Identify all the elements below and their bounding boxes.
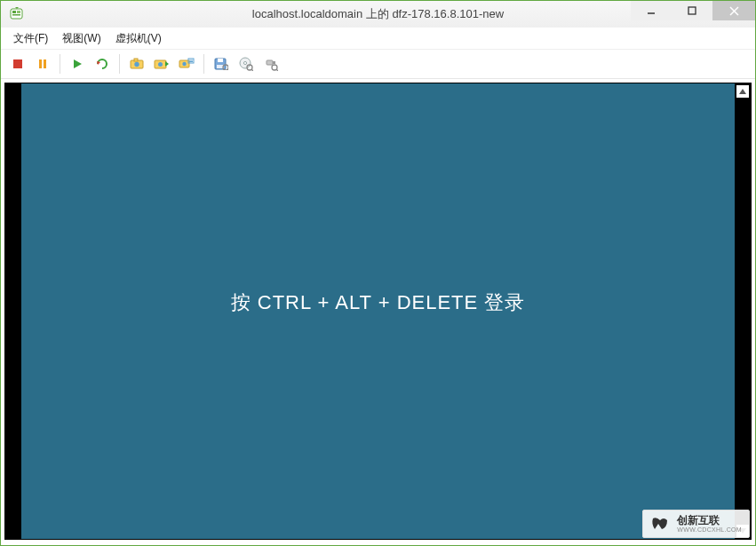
menubar: 文件(F) 视图(W) 虚拟机(V) [1, 28, 755, 49]
svg-rect-25 [218, 59, 223, 62]
snapshot-revert-button[interactable] [150, 52, 173, 75]
vsphere-icon [6, 4, 28, 25]
menu-vm[interactable]: 虚拟机(V) [110, 29, 167, 48]
snapshot-take-button[interactable] [125, 52, 148, 75]
cd-connect-button[interactable] [235, 52, 258, 75]
watermark-icon [649, 514, 672, 534]
usb-connect-button[interactable] [259, 52, 283, 75]
svg-marker-18 [165, 61, 169, 67]
scroll-up-button[interactable] [736, 85, 749, 98]
floppy-connect-button[interactable] [210, 52, 233, 75]
reset-button[interactable] [91, 52, 114, 75]
svg-point-20 [182, 62, 186, 66]
svg-line-36 [276, 69, 278, 71]
svg-marker-12 [97, 61, 100, 65]
svg-rect-10 [44, 59, 46, 68]
svg-rect-33 [267, 60, 273, 65]
titlebar: localhost.localdomain 上的 dfz-178.16.8.10… [1, 1, 755, 28]
svg-marker-37 [739, 89, 746, 94]
power-off-button[interactable] [6, 52, 29, 75]
svg-rect-8 [13, 59, 22, 68]
content-area: 按 CTRL + ALT + DELETE 登录 创新互联 WWW.CDCXHL… [1, 79, 755, 545]
menu-view[interactable]: 视图(W) [57, 29, 106, 48]
toolbar [1, 49, 755, 79]
snapshot-manager-button[interactable] [175, 52, 198, 75]
watermark-badge: 创新互联 WWW.CDCXHL.COM [642, 510, 750, 538]
svg-point-17 [158, 62, 163, 67]
svg-rect-5 [688, 7, 696, 14]
vm-screen[interactable]: 按 CTRL + ALT + DELETE 登录 [21, 83, 735, 539]
login-prompt-text: 按 CTRL + ALT + DELETE 登录 [231, 289, 526, 316]
toolbar-separator [60, 54, 60, 74]
svg-rect-1 [12, 11, 16, 13]
svg-rect-3 [12, 14, 20, 16]
menu-file[interactable]: 文件(F) [8, 29, 53, 48]
close-button[interactable] [712, 1, 755, 20]
toolbar-separator [119, 54, 120, 74]
svg-rect-15 [134, 59, 138, 61]
window-controls [631, 1, 755, 28]
vm-console-frame[interactable]: 按 CTRL + ALT + DELETE 登录 [4, 83, 752, 540]
suspend-button[interactable] [31, 52, 54, 75]
svg-line-32 [251, 69, 253, 71]
toolbar-separator [203, 54, 204, 74]
power-on-button[interactable] [66, 52, 89, 75]
maximize-button[interactable] [672, 1, 712, 20]
minimize-button[interactable] [631, 1, 672, 20]
svg-line-28 [227, 69, 228, 70]
svg-rect-34 [273, 61, 275, 64]
watermark-sub: WWW.CDCXHL.COM [677, 526, 742, 534]
svg-rect-0 [11, 9, 22, 19]
watermark-text: 创新互联 WWW.CDCXHL.COM [677, 515, 742, 534]
svg-point-30 [243, 61, 246, 64]
watermark-name: 创新互联 [677, 515, 742, 526]
svg-rect-2 [17, 11, 20, 13]
svg-rect-9 [39, 59, 42, 68]
svg-marker-11 [74, 59, 82, 68]
svg-point-14 [134, 62, 139, 67]
app-window: localhost.localdomain 上的 dfz-178.16.8.10… [0, 0, 756, 546]
